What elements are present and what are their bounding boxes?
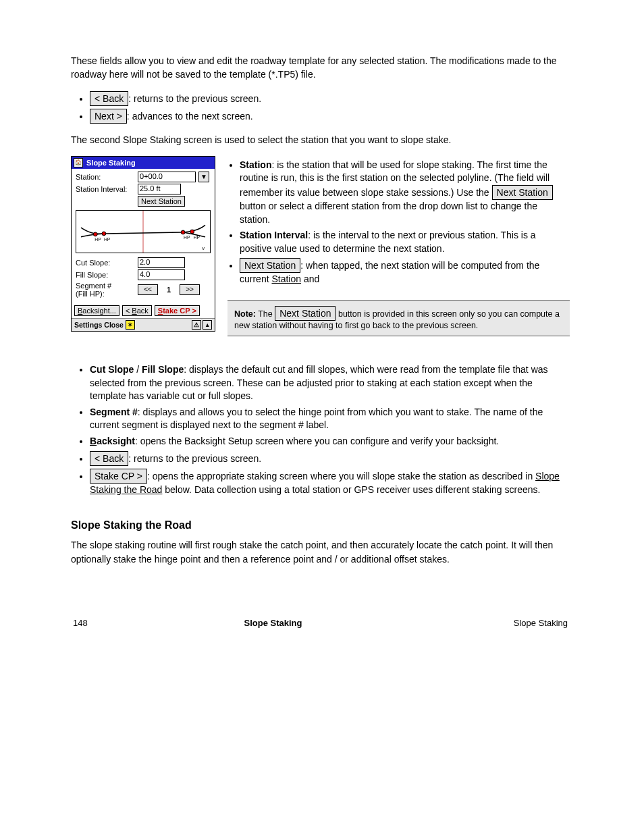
- list-item: Segment #: displays and allows you to se…: [90, 406, 570, 432]
- list-item: Stake CP >: opens the appropriate stakin…: [90, 469, 570, 497]
- body-text-1: These fields allow you to view and edit …: [71, 54, 570, 82]
- list-text: button or select a different station fro…: [240, 201, 537, 225]
- station-dropdown-button[interactable]: ▼: [198, 172, 209, 182]
- station-interval-label: Station Interval:: [76, 185, 138, 193]
- list-text: below. Data collection using a total sta…: [162, 484, 540, 495]
- next-button-inline: Next >: [90, 109, 127, 124]
- svg-point-3: [102, 232, 106, 236]
- routine-heading: Slope Staking the Road: [71, 519, 570, 531]
- list-text: : opens the appropriate staking screen w…: [147, 471, 535, 481]
- status-settings[interactable]: Settings: [74, 321, 102, 329]
- station-input[interactable]: 0+00.0: [138, 172, 196, 182]
- dialog-back-button[interactable]: < Back: [122, 305, 152, 316]
- station-link[interactable]: Station: [271, 273, 301, 284]
- list-item: Station Interval: is the interval to the…: [240, 229, 570, 255]
- list-item: Next Station: when tapped, the next stat…: [240, 258, 570, 286]
- next-station-button[interactable]: Next Station: [138, 196, 185, 207]
- segment-field-label: Segment #: [90, 407, 138, 417]
- list-text: : returns to the previous screen.: [128, 453, 261, 464]
- dialog-titlebar: 🏠 Slope Staking: [72, 157, 215, 169]
- station-interval-field-label: Station Interval: [240, 230, 308, 240]
- list-text: and: [301, 273, 319, 284]
- svg-text:HP: HP: [184, 235, 190, 240]
- list-item: < Back: returns to the previous screen.: [90, 451, 570, 466]
- station-interval-input[interactable]: 25.0 ft: [138, 184, 181, 194]
- warning-icon: ⚠: [192, 320, 201, 330]
- up-arrow-icon: ▴: [203, 320, 212, 330]
- segment-label: Segment # (Fill HP):: [76, 282, 138, 298]
- list-text: : displays and allows you to select the …: [90, 407, 543, 431]
- cut-slope-input[interactable]: 2.0: [138, 257, 185, 268]
- backsight-field-label: Backsight: [90, 436, 135, 446]
- stake-cp-button-inline: Stake CP >: [90, 469, 147, 484]
- svg-point-5: [190, 230, 194, 234]
- footer-chapter: Slope Staking: [114, 617, 432, 629]
- list-text: : opens the Backsight Setup screen where…: [135, 436, 499, 446]
- routine-body-text: The slope staking routine will first rou…: [71, 538, 570, 566]
- list-item: Next >: advances to the next screen.: [90, 109, 570, 124]
- svg-text:HP: HP: [95, 236, 101, 241]
- slope-staking-dialog: 🏠 Slope Staking Station: 0+00.0 ▼ Statio…: [71, 156, 215, 332]
- status-star-icon: ✶: [126, 320, 135, 330]
- segment-prev-button[interactable]: <<: [138, 284, 158, 295]
- body-text-2: The second Slope Staking screen is used …: [71, 133, 570, 147]
- fill-slope-label: Fill Slope:: [76, 271, 138, 279]
- station-field-label: Station: [240, 159, 271, 170]
- app-icon: 🏠: [74, 158, 83, 167]
- next-station-inline-1: Next Station: [492, 185, 553, 200]
- dialog-status-bar: Settings Close ✶ ⚠ ▴: [72, 318, 215, 331]
- dialog-title: Slope Staking: [86, 159, 136, 167]
- footer-part: Slope Staking: [433, 617, 568, 629]
- note-block: Note: The Next Station button is provide…: [227, 300, 570, 336]
- cut-slope-label: Cut Slope:: [76, 259, 138, 267]
- list-text: : advances to the next screen.: [127, 111, 253, 122]
- station-label: Station:: [76, 173, 138, 181]
- cross-section-plot: HP HP HP HP v: [76, 210, 211, 253]
- next-station-inline-3: Next Station: [275, 306, 336, 321]
- back-button-inline: < Back: [90, 91, 128, 106]
- svg-text:HP: HP: [194, 235, 200, 240]
- list-text: /: [134, 364, 142, 375]
- cut-slope-field-label: Cut Slope: [90, 364, 134, 375]
- backsight-button[interactable]: Backsight...: [74, 305, 119, 316]
- fill-slope-field-label: Fill Slope: [142, 364, 184, 375]
- list-item: Backsight: opens the Backsight Setup scr…: [90, 435, 570, 448]
- note-label: Note:: [234, 309, 256, 319]
- plot-v-label: v: [202, 245, 205, 251]
- svg-text:HP: HP: [104, 236, 111, 241]
- segment-next-button[interactable]: >>: [180, 284, 200, 295]
- list-text: : returns to the previous screen.: [128, 93, 261, 104]
- next-station-inline-2: Next Station: [240, 258, 300, 273]
- segment-value: 1: [162, 286, 176, 294]
- back-button-inline-2: < Back: [90, 451, 128, 466]
- svg-point-4: [181, 230, 185, 234]
- fill-slope-input[interactable]: 4.0: [138, 269, 185, 280]
- svg-point-2: [93, 232, 97, 236]
- note-text: The: [256, 309, 275, 319]
- stake-cp-button[interactable]: Stake CP >: [155, 305, 200, 316]
- page-number: 148: [72, 617, 113, 629]
- list-item: Cut Slope / Fill Slope: displays the def…: [90, 363, 570, 403]
- status-close[interactable]: Close: [104, 321, 124, 329]
- svg-line-1: [104, 232, 182, 234]
- list-item: Station: is the station that will be use…: [240, 159, 570, 226]
- list-item: < Back: returns to the previous screen.: [90, 91, 570, 106]
